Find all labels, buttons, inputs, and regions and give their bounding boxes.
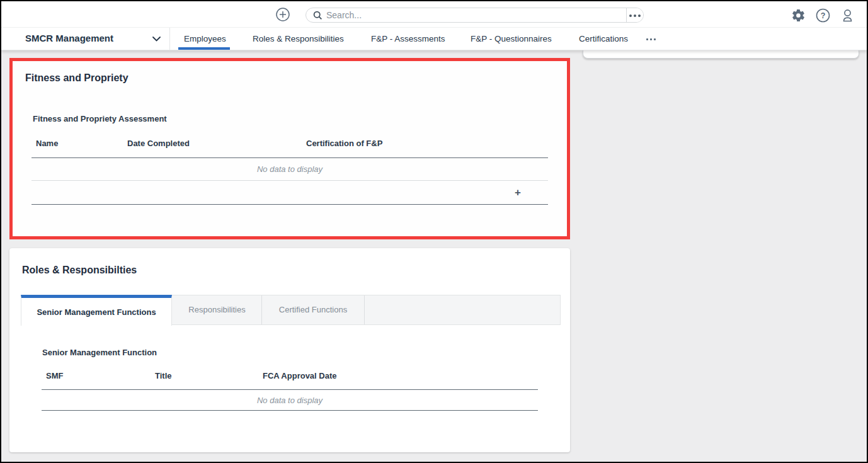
- add-button[interactable]: [276, 8, 290, 21]
- gear-icon: [791, 8, 806, 23]
- page-content: Fitness and Propriety Fitness and Propri…: [1, 50, 867, 463]
- tab-certified-functions[interactable]: Certified Functions: [262, 295, 365, 324]
- search-icon: [313, 11, 323, 20]
- fp-assessment-table: Name Date Completed Certification of F&P…: [31, 129, 548, 205]
- empty-table-message: No data to display: [42, 390, 538, 411]
- svg-text:?: ?: [821, 11, 826, 20]
- table-header-row: SMF Title FCA Approval Date: [42, 362, 538, 390]
- person-icon: [840, 8, 855, 23]
- question-circle-icon: ?: [816, 8, 830, 23]
- tab-certifications[interactable]: Certifications: [579, 28, 628, 50]
- profile-button[interactable]: [840, 8, 855, 23]
- smf-table: SMF Title FCA Approval Date No data to d…: [42, 362, 538, 411]
- column-header-fca-approval-date: FCA Approval Date: [263, 362, 337, 390]
- add-assessment-button[interactable]: +: [510, 185, 525, 200]
- right-column-card-partial: [583, 50, 859, 59]
- empty-table-message: No data to display: [31, 158, 548, 181]
- more-tabs-icon: [646, 38, 656, 40]
- top-bar: ?: [1, 1, 867, 28]
- fp-assessment-label: Fitness and Propriety Assessment: [33, 114, 167, 123]
- search-more-options-button[interactable]: [626, 8, 643, 22]
- section-title: Fitness and Propriety: [25, 72, 128, 84]
- tab-senior-management-functions[interactable]: Senior Management Functions: [21, 295, 172, 326]
- nav-divider: [169, 28, 170, 50]
- app-nav-bar: SMCR Management Employees Roles & Respon…: [1, 28, 867, 50]
- column-header-certification: Certification of F&P: [306, 129, 382, 158]
- ellipsis-icon: [629, 14, 641, 17]
- add-circle-icon: [276, 8, 290, 21]
- tab-roles-responsibilities[interactable]: Roles & Responsibilities: [253, 28, 344, 50]
- chevron-down-icon: [152, 37, 161, 42]
- settings-button[interactable]: [791, 8, 806, 23]
- card-title: Roles & Responsibilties: [22, 265, 137, 276]
- tab-fp-questionnaires[interactable]: F&P - Questionnaires: [471, 28, 552, 50]
- column-header-title: Title: [155, 362, 172, 390]
- help-button[interactable]: ?: [816, 8, 830, 23]
- column-header-date-completed: Date Completed: [127, 129, 190, 158]
- fitness-propriety-section: Fitness and Propriety Fitness and Propri…: [9, 58, 570, 239]
- smf-label: Senior Management Function: [42, 348, 157, 357]
- active-tab-indicator: [178, 47, 230, 50]
- search-input[interactable]: [326, 8, 603, 22]
- app-window: ? SMCR Management Employees Roles & Resp…: [0, 0, 868, 463]
- table-add-row: +: [31, 181, 548, 205]
- search-bar: [306, 8, 644, 23]
- tab-fp-assessments[interactable]: F&P - Assessments: [371, 28, 445, 50]
- column-header-smf: SMF: [46, 362, 63, 390]
- table-header-row: Name Date Completed Certification of F&P: [31, 129, 548, 158]
- tab-employees[interactable]: Employees: [184, 28, 226, 50]
- nav-more-tabs-button[interactable]: [646, 28, 656, 50]
- tab-responsibilities[interactable]: Responsibilities: [173, 295, 262, 324]
- app-title: SMCR Management: [25, 28, 113, 49]
- roles-tab-strip: Senior Management Functions Responsibili…: [21, 295, 561, 325]
- column-header-name: Name: [36, 129, 58, 158]
- app-switcher-dropdown[interactable]: SMCR Management: [1, 28, 169, 50]
- roles-responsibilities-card: Roles & Responsibilties Senior Managemen…: [9, 248, 570, 452]
